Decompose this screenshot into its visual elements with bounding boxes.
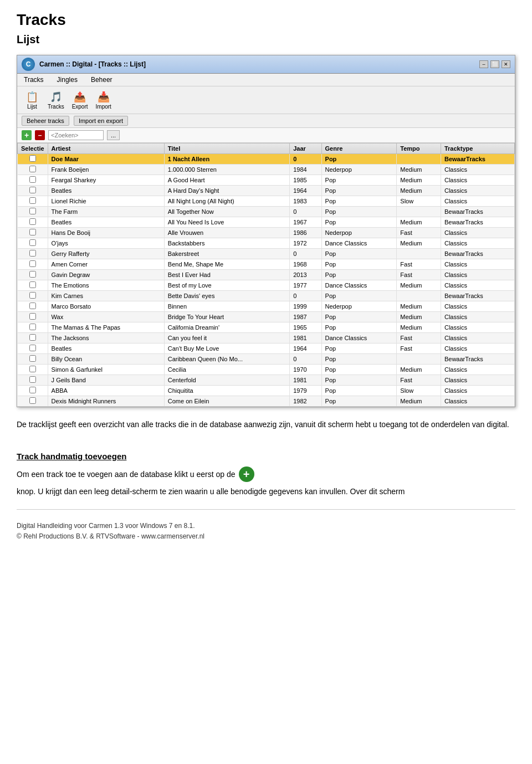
add-track-button[interactable]: + <box>22 130 32 140</box>
search-options-button[interactable]: ... <box>107 130 120 140</box>
table-row[interactable]: Lionel RichieAll Night Long (All Night)1… <box>18 196 515 207</box>
col-genre: Pop <box>321 196 397 207</box>
table-row[interactable]: ABBAChiquitita1979PopSlowClassics <box>18 386 515 396</box>
col-tempo <box>397 207 441 217</box>
toolbar-import-button[interactable]: 📥 Import <box>93 89 114 111</box>
row-checkbox[interactable] <box>29 324 36 330</box>
toolbar-lijst-button[interactable]: 📋 Lijst <box>22 89 43 111</box>
row-checkbox[interactable] <box>29 334 36 341</box>
checkbox-cell <box>18 196 48 207</box>
row-checkbox[interactable] <box>29 366 36 372</box>
col-tracktype: Classics <box>441 396 514 407</box>
col-genre: Pop <box>321 375 397 386</box>
col-tracktype: BewaarTracks <box>441 291 514 301</box>
restore-button[interactable]: ⬜ <box>490 60 499 68</box>
row-checkbox[interactable] <box>29 397 36 404</box>
section-text-after: knop. U krijgt dan een leeg detail-scher… <box>17 485 405 498</box>
row-checkbox[interactable] <box>29 292 36 299</box>
menu-jingles[interactable]: Jingles <box>55 75 80 85</box>
table-row[interactable]: Doe Maar1 Nacht Alleen0PopBewaarTracks <box>18 154 515 165</box>
col-tempo <box>397 154 441 165</box>
row-checkbox[interactable] <box>29 271 36 278</box>
minimize-button[interactable]: – <box>479 60 488 68</box>
col-tracktype: Classics <box>441 186 514 196</box>
table-row[interactable]: Dexis Midnight RunnersCome on Eilein1982… <box>18 396 515 407</box>
col-tempo: Medium <box>397 165 441 175</box>
col-tempo: Fast <box>397 375 441 386</box>
row-checkbox[interactable] <box>29 208 36 214</box>
toolbar2: Beheer tracks Import en export <box>17 114 515 128</box>
table-row[interactable]: Frank Boeijen1.000.000 Sterren1984Nederp… <box>18 165 515 175</box>
menu-tracks[interactable]: Tracks <box>22 75 46 85</box>
import-icon: 📥 <box>96 90 111 104</box>
checkbox-cell <box>18 333 48 343</box>
row-checkbox[interactable] <box>29 239 36 246</box>
row-checkbox[interactable] <box>29 187 36 193</box>
table-row[interactable]: The Mamas & The PapasCalifornia Dreamin'… <box>18 322 515 333</box>
table-row[interactable]: The JacksonsCan you feel it1981Dance Cla… <box>18 333 515 343</box>
table-row[interactable]: The EmotionsBest of my Love1977Dance Cla… <box>18 280 515 291</box>
row-checkbox[interactable] <box>29 260 36 267</box>
lijst-icon: 📋 <box>24 90 40 104</box>
row-checkbox[interactable] <box>29 376 36 383</box>
col-titel: Alle Vrouwen <box>164 228 289 238</box>
table-row[interactable]: Kim CarnesBette Davis' eyes0PopBewaarTra… <box>18 291 515 301</box>
col-artiest: Lionel Richie <box>48 196 164 207</box>
description-text: De tracklijst geeft een overzicht van al… <box>17 418 515 430</box>
close-button[interactable]: ✕ <box>502 60 510 68</box>
col-artiest: Hans De Booij <box>48 228 164 238</box>
beheer-tracks-button[interactable]: Beheer tracks <box>22 116 69 126</box>
col-jaar: 2013 <box>290 270 321 280</box>
row-checkbox[interactable] <box>29 155 36 162</box>
row-checkbox[interactable] <box>29 345 36 351</box>
row-checkbox[interactable] <box>29 313 36 320</box>
row-checkbox[interactable] <box>29 281 36 288</box>
row-checkbox[interactable] <box>29 355 36 362</box>
search-input[interactable] <box>48 130 104 140</box>
table-row[interactable]: Hans De BooijAlle Vrouwen1986NederpopFas… <box>18 228 515 238</box>
row-checkbox[interactable] <box>29 229 36 235</box>
row-checkbox[interactable] <box>29 302 36 309</box>
col-jaar: 1982 <box>290 396 321 407</box>
col-artiest: Feargal Sharkey <box>48 175 164 186</box>
col-jaar: 1981 <box>290 333 321 343</box>
table-row[interactable]: The FarmAll Together Now0PopBewaarTracks <box>18 207 515 217</box>
table-row[interactable]: Feargal SharkeyA Good Heart1985PopMedium… <box>18 175 515 186</box>
toolbar-export-button[interactable]: 📤 Export <box>69 89 91 111</box>
table-row[interactable]: J Geils BandCenterfold1981PopFastClassic… <box>18 375 515 386</box>
table-row[interactable]: Billy OceanCaribbean Queen (No Mo...0Pop… <box>18 354 515 365</box>
row-checkbox[interactable] <box>29 218 36 225</box>
menu-beheer[interactable]: Beheer <box>89 75 115 85</box>
col-artiest: Gavin Degraw <box>48 270 164 280</box>
table-row[interactable]: Amen CornerBend Me, Shape Me1968PopFastC… <box>18 259 515 270</box>
col-jaar: 1986 <box>290 228 321 238</box>
import-label: Import <box>96 104 111 110</box>
table-row[interactable]: BeatlesA Hard Day's Night1964PopMediumCl… <box>18 186 515 196</box>
table-row[interactable]: BeatlesAll You Need Is Love1967PopMedium… <box>18 217 515 228</box>
col-jaar: 1968 <box>290 259 321 270</box>
col-tracktype: Classics <box>441 270 514 280</box>
import-export-button[interactable]: Import en export <box>74 116 128 126</box>
toolbar-tracks-button[interactable]: 🎵 Tracks <box>45 89 67 111</box>
col-tempo: Medium <box>397 238 441 249</box>
table-row[interactable]: BeatlesCan't Buy Me Love1964PopFastClass… <box>18 343 515 354</box>
row-checkbox[interactable] <box>29 166 36 172</box>
table-row[interactable]: Gerry RaffertyBakerstreet0PopBewaarTrack… <box>18 249 515 259</box>
table-row[interactable]: Marco BorsatoBinnen1999NederpopMediumCla… <box>18 301 515 312</box>
col-artiest: Beatles <box>48 186 164 196</box>
table-row[interactable]: Simon & GarfunkelCecilia1970PopMediumCla… <box>18 365 515 375</box>
export-icon: 📤 <box>72 90 88 104</box>
delete-track-button[interactable]: – <box>35 130 45 140</box>
row-checkbox[interactable] <box>29 197 36 204</box>
table-row[interactable]: O'jaysBackstabbers1972Dance ClassicsMedi… <box>18 238 515 249</box>
checkbox-cell <box>18 301 48 312</box>
col-artiest: Marco Borsato <box>48 301 164 312</box>
col-genre: Pop <box>321 207 397 217</box>
checkbox-cell <box>18 186 48 196</box>
table-row[interactable]: WaxBridge To Your Heart1987PopMediumClas… <box>18 312 515 322</box>
section-subtitle: Lijst <box>17 33 515 46</box>
table-row[interactable]: Gavin DegrawBest I Ever Had2013PopFastCl… <box>18 270 515 280</box>
row-checkbox[interactable] <box>29 387 36 393</box>
row-checkbox[interactable] <box>29 250 36 257</box>
row-checkbox[interactable] <box>29 176 36 183</box>
